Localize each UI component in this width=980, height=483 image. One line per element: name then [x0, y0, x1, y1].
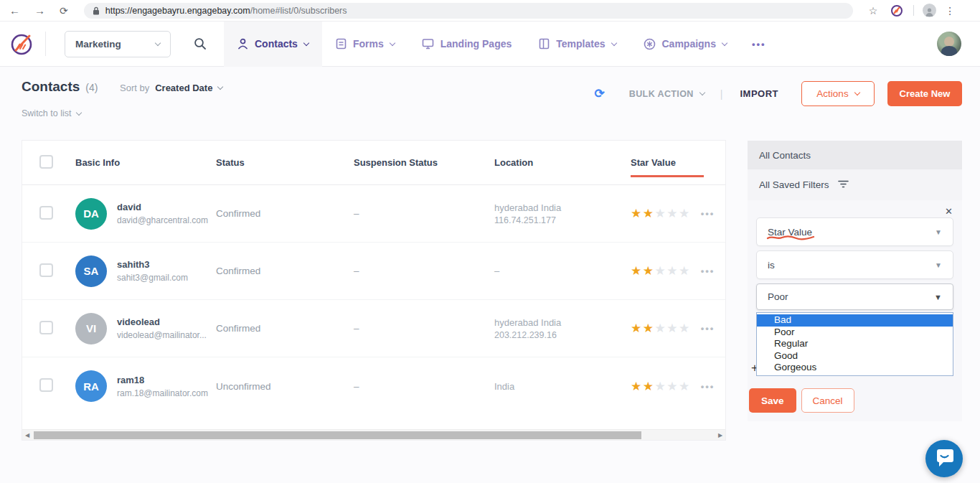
contact-location: India: [494, 381, 631, 392]
all-saved-filters-tab[interactable]: All Saved Filters: [748, 169, 962, 200]
star-filled-icon: ★: [643, 322, 655, 335]
close-icon[interactable]: ✕: [945, 206, 953, 217]
nav-item-contacts[interactable]: Contacts: [224, 22, 322, 67]
column-location[interactable]: Location: [494, 157, 631, 168]
star-filled-icon: ★: [643, 380, 655, 393]
nav-item-templates[interactable]: Templates: [525, 22, 629, 67]
contact-name[interactable]: david: [117, 202, 208, 212]
chevron-down-icon: [699, 90, 705, 95]
scroll-right-icon[interactable]: ▶: [715, 432, 725, 439]
row-menu-icon[interactable]: •••: [701, 381, 715, 392]
dropdown-option[interactable]: Poor: [757, 327, 953, 339]
filter-operator-select[interactable]: is ▼: [756, 250, 953, 279]
actions-label: Actions: [816, 88, 848, 99]
filter-editor: ✕ Star Value ▼ is ▼ Poor ▼ BadPoorRegula…: [748, 200, 962, 421]
save-button[interactable]: Save: [749, 388, 796, 413]
scrollbar-thumb[interactable]: [34, 431, 641, 439]
table-row[interactable]: SA sahith3 sahit3@gmail.com Confirmed – …: [22, 243, 725, 300]
avatar: DA: [75, 198, 107, 230]
column-status[interactable]: Status: [216, 157, 354, 168]
red-annotation-underline: [766, 232, 815, 243]
search-icon[interactable]: [194, 37, 207, 50]
bookmark-star-icon[interactable]: ☆: [869, 6, 878, 16]
filter-value-selected: Poor: [768, 291, 788, 302]
star-empty-icon: ★: [655, 322, 667, 335]
star-rating[interactable]: ★★★★★: [631, 206, 691, 221]
dropdown-arrow-icon: ▼: [935, 228, 942, 236]
row-checkbox[interactable]: [39, 263, 53, 277]
star-filled-icon: ★: [631, 322, 643, 335]
workspace-selector[interactable]: Marketing: [65, 31, 171, 57]
row-checkbox[interactable]: [39, 378, 53, 392]
star-rating[interactable]: ★★★★★: [631, 263, 691, 278]
form-icon: [336, 38, 347, 50]
browser-chrome: ← → ⟳ https://engagebayru.engagebay.com/…: [0, 0, 980, 22]
contact-name[interactable]: sahith3: [117, 259, 188, 270]
dropdown-option[interactable]: Regular: [757, 338, 953, 350]
row-menu-icon[interactable]: •••: [701, 323, 715, 334]
row-menu-icon[interactable]: •••: [701, 266, 715, 276]
filter-field-select[interactable]: Star Value ▼: [756, 217, 953, 246]
contact-email: ram.18@mailinator.com: [117, 388, 208, 398]
table-row[interactable]: VI videolead videolead@mailinator... Con…: [22, 300, 725, 357]
browser-back-icon[interactable]: ←: [9, 5, 20, 16]
nav-label: Contacts: [255, 38, 298, 50]
star-rating[interactable]: ★★★★★: [631, 379, 691, 394]
browser-forward-icon[interactable]: →: [34, 5, 45, 16]
refresh-icon[interactable]: ⟳: [595, 86, 605, 101]
row-menu-icon[interactable]: •••: [701, 208, 715, 219]
nav-label: Forms: [353, 38, 384, 50]
star-empty-icon: ★: [655, 264, 667, 278]
browser-reload-icon[interactable]: ⟳: [60, 6, 68, 16]
switch-to-list-button[interactable]: Switch to list: [22, 108, 81, 118]
suspension-status: –: [354, 266, 494, 276]
bulk-action-button[interactable]: BULK ACTION: [629, 89, 705, 99]
actions-button[interactable]: Actions: [801, 81, 875, 106]
url-path: /home#list/0/subscribers: [250, 6, 347, 16]
engagebay-logo-icon[interactable]: [9, 31, 35, 57]
nav-more-icon[interactable]: •••: [752, 39, 766, 50]
dropdown-option[interactable]: Gorgeous: [757, 362, 953, 374]
column-star-value[interactable]: Star Value: [631, 157, 676, 168]
create-new-button[interactable]: Create New: [887, 81, 962, 106]
user-avatar[interactable]: [937, 32, 961, 56]
import-button[interactable]: IMPORT: [740, 88, 778, 99]
nav-item-landing-pages[interactable]: Landing Pages: [408, 22, 526, 67]
row-checkbox[interactable]: [39, 206, 53, 220]
url-bar[interactable]: https://engagebayru.engagebay.com/home#l…: [84, 3, 853, 19]
contact-person-icon: [237, 38, 248, 50]
sort-value[interactable]: Created Date: [155, 83, 212, 93]
extension-icon[interactable]: [890, 4, 903, 17]
dropdown-option-list: BadPoorRegularGoodGorgeous: [756, 312, 953, 376]
row-checkbox[interactable]: [39, 321, 53, 334]
column-suspension-status[interactable]: Suspension Status: [354, 157, 494, 168]
nav-item-forms[interactable]: Forms: [322, 22, 408, 67]
chat-widget-button[interactable]: [925, 440, 963, 477]
browser-menu-icon[interactable]: ⋮: [945, 5, 955, 17]
contact-name[interactable]: videolead: [117, 316, 207, 327]
header-actions: ⟳ BULK ACTION | IMPORT Actions Create Ne…: [595, 81, 963, 106]
chevron-down-icon: [854, 90, 859, 95]
star-filled-icon: ★: [643, 264, 655, 278]
dropdown-option[interactable]: Bad: [757, 314, 953, 327]
column-basic-info[interactable]: Basic Info: [75, 157, 216, 168]
table-row[interactable]: DA david david@gharcentral.com Confirmed…: [22, 185, 725, 243]
star-rating[interactable]: ★★★★★: [631, 321, 691, 336]
browser-profile-icon[interactable]: [923, 4, 936, 17]
contact-name[interactable]: ram18: [117, 375, 208, 385]
chevron-down-icon: [722, 39, 727, 45]
contact-status: Confirmed: [216, 266, 354, 276]
nav-item-campaigns[interactable]: Campaigns: [630, 22, 740, 67]
table-header-row: Basic Info Status Suspension Status Loca…: [22, 141, 725, 185]
select-all-checkbox[interactable]: [39, 155, 53, 169]
sort-control[interactable]: Sort by Created Date: [120, 83, 222, 93]
horizontal-scrollbar[interactable]: ◀ ▶: [22, 429, 725, 440]
star-empty-icon: ★: [679, 322, 691, 335]
cancel-button[interactable]: Cancel: [801, 388, 854, 413]
scroll-left-icon[interactable]: ◀: [22, 432, 32, 439]
filter-value-select[interactable]: Poor ▼: [756, 283, 953, 310]
page-title: Contacts (4): [22, 79, 98, 95]
table-row[interactable]: RA ram18 ram.18@mailinator.com Unconfirm…: [22, 357, 725, 415]
dropdown-option[interactable]: Good: [757, 350, 953, 362]
all-contacts-tab[interactable]: All Contacts: [748, 141, 962, 169]
